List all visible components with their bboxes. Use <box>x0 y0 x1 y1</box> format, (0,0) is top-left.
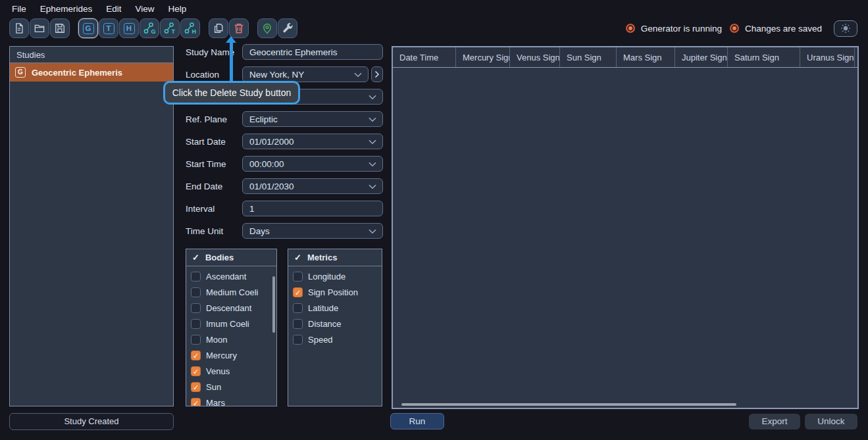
metric-checkbox[interactable] <box>293 272 303 281</box>
body-label: Venus <box>206 366 230 376</box>
heliocentric-nodes-icon: H <box>183 21 197 36</box>
body-checkbox[interactable] <box>191 335 201 345</box>
body-check-row[interactable]: ✓ Venus <box>186 363 276 379</box>
geocentric-study-button[interactable]: G <box>78 18 98 38</box>
study-type-badge: G <box>15 67 26 78</box>
menu-item[interactable]: Ephemerides <box>40 4 93 14</box>
new-study-button[interactable] <box>9 18 29 38</box>
table-column-header[interactable]: Mercury Sign <box>456 47 510 67</box>
body-check-row[interactable]: Medium Coeli <box>186 284 276 300</box>
metric-checkbox[interactable] <box>293 319 303 329</box>
body-check-row[interactable]: Moon <box>186 331 276 347</box>
delete-study-button[interactable] <box>229 18 249 38</box>
body-checkbox[interactable] <box>191 272 201 281</box>
changes-status-dot <box>730 24 739 33</box>
form-field[interactable]: 01/01/2030 <box>242 178 383 194</box>
bodies-header[interactable]: ✓ Bodies <box>186 249 276 266</box>
metric-check-row[interactable]: ✓ Sign Position <box>288 284 382 300</box>
body-check-row[interactable]: ✓ Mars <box>186 395 276 406</box>
chevron-down-icon <box>354 72 362 78</box>
chevron-down-icon <box>369 184 376 189</box>
menu-item[interactable]: Edit <box>106 4 121 14</box>
body-check-row[interactable]: Ascendant <box>186 268 276 284</box>
form-row: Time Unit Days <box>186 223 383 239</box>
menu-item[interactable]: Help <box>168 4 187 14</box>
chevron-down-icon <box>369 95 376 100</box>
copy-study-button[interactable] <box>209 18 228 38</box>
menu-item[interactable]: File <box>12 4 26 14</box>
form-row: Location New York, NY <box>186 66 383 82</box>
metrics-header[interactable]: ✓ Metrics <box>288 249 382 266</box>
body-checkbox[interactable] <box>191 303 201 313</box>
metric-label: Speed <box>308 335 333 345</box>
table-column-header[interactable]: Venus Sign <box>510 47 560 67</box>
form-field[interactable]: Geocentric Ephemeris <box>242 44 383 60</box>
body-checkbox[interactable]: ✓ <box>191 382 201 392</box>
menu-item[interactable]: View <box>136 4 155 14</box>
form-field-value: 00:00:00 <box>249 159 284 169</box>
results-table-panel: Date TimeMercury SignVenus SignSun SignM… <box>392 46 859 409</box>
form-field[interactable]: 01/01/2000 <box>242 134 383 149</box>
body-check-row[interactable]: Imum Coeli <box>186 316 276 331</box>
table-column-header[interactable]: Sun Sign <box>560 47 617 67</box>
body-label: Sun <box>206 382 221 392</box>
wrench-icon <box>281 22 294 35</box>
table-column-header[interactable]: Date Time <box>393 47 456 67</box>
metric-check-row[interactable]: Distance <box>288 316 382 331</box>
metric-check-row[interactable]: Speed <box>288 331 382 347</box>
body-check-row[interactable]: ✓ Sun <box>186 379 276 395</box>
studies-panel-title: Studies <box>10 47 173 63</box>
table-column-header[interactable]: Saturn Sign <box>728 47 800 67</box>
topocentric-nodes-button[interactable]: T <box>160 18 180 38</box>
bodies-header-check-icon[interactable]: ✓ <box>192 253 199 262</box>
metric-checkbox[interactable]: ✓ <box>293 287 303 297</box>
unlock-button[interactable]: Unlock <box>805 414 857 429</box>
metric-label: Sign Position <box>308 287 358 297</box>
form-field[interactable]: New York, NY <box>242 66 369 82</box>
export-button[interactable]: Export <box>749 414 800 429</box>
body-check-row[interactable]: Descendant <box>186 300 276 316</box>
save-study-button[interactable] <box>50 18 70 38</box>
form-field-label: Start Date <box>186 137 242 147</box>
chevron-down-icon <box>369 162 376 167</box>
bodies-scrollbar[interactable] <box>272 276 275 333</box>
form-field[interactable]: Days <box>242 223 383 239</box>
body-checkbox[interactable]: ✓ <box>191 398 201 407</box>
form-field-value: Days <box>249 226 270 236</box>
heliocentric-study-button[interactable]: H <box>119 18 139 38</box>
table-column-header[interactable]: Mars Sign <box>617 47 675 67</box>
metric-label: Longitude <box>308 272 345 281</box>
settings-button[interactable] <box>278 18 297 38</box>
chevron-down-icon <box>369 117 376 122</box>
heliocentric-nodes-button[interactable]: H <box>180 18 200 38</box>
metric-check-row[interactable]: Latitude <box>288 300 382 316</box>
topocentric-study-button[interactable]: T <box>99 18 118 38</box>
table-horizontal-scrollbar[interactable] <box>401 403 736 406</box>
form-field[interactable]: Ecliptic <box>242 111 383 127</box>
table-column-header[interactable]: Uranus Sign <box>800 47 855 67</box>
heliocentric-letter-icon: H <box>124 23 135 34</box>
form-row: Study Name Geocentric Ephemeris <box>186 44 383 60</box>
location-button[interactable] <box>257 18 277 38</box>
status-message-box: Study Created <box>9 413 174 430</box>
body-checkbox[interactable] <box>191 319 201 329</box>
run-button[interactable]: Run <box>390 413 444 429</box>
form-field-value: Ecliptic <box>249 114 278 124</box>
table-column-header[interactable]: Jupiter Sign <box>675 47 728 67</box>
open-study-button[interactable] <box>30 18 49 38</box>
metric-checkbox[interactable] <box>293 335 303 345</box>
body-checkbox[interactable]: ✓ <box>191 351 201 360</box>
metric-check-row[interactable]: Longitude <box>288 268 382 284</box>
geocentric-nodes-button[interactable]: G <box>140 18 159 38</box>
form-field[interactable]: 1 <box>242 201 383 216</box>
body-check-row[interactable]: ✓ Mercury <box>186 347 276 363</box>
metrics-header-check-icon[interactable]: ✓ <box>294 253 301 262</box>
body-checkbox[interactable] <box>191 287 201 297</box>
new-file-icon <box>13 22 26 35</box>
theme-toggle-button[interactable] <box>834 20 857 37</box>
location-next-button[interactable] <box>371 66 383 82</box>
study-list-item[interactable]: G Geocentric Ephemeris <box>10 63 173 82</box>
form-field[interactable]: 00:00:00 <box>242 156 383 172</box>
body-checkbox[interactable]: ✓ <box>191 366 201 376</box>
metric-checkbox[interactable] <box>293 303 303 313</box>
